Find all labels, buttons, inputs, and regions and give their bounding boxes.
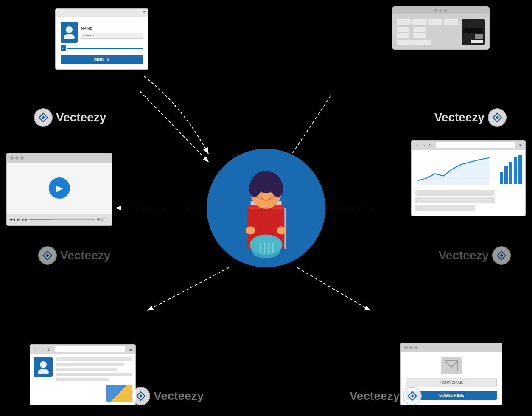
menu-nav-icon[interactable]: ≡ bbox=[519, 143, 522, 148]
svg-point-19 bbox=[277, 226, 286, 234]
text-line-2 bbox=[415, 197, 495, 203]
watermark-mid-right: Vecteezy bbox=[439, 246, 511, 265]
forward-blog-icon[interactable]: → bbox=[40, 347, 45, 352]
back-blog-icon[interactable]: ← bbox=[34, 347, 38, 352]
card-stripe bbox=[463, 28, 483, 33]
vecteezy-logo-ml bbox=[38, 246, 57, 265]
svg-point-26 bbox=[254, 171, 278, 186]
subscribe-button[interactable]: SUBSCRIBE bbox=[406, 391, 497, 400]
payment-body bbox=[392, 14, 489, 49]
vecteezy-logo-tl bbox=[34, 108, 53, 127]
svg-point-27 bbox=[256, 195, 262, 199]
mail-icon bbox=[441, 357, 462, 374]
refresh-blog-icon[interactable]: ↻ bbox=[47, 347, 50, 352]
svg-point-11 bbox=[38, 369, 49, 374]
checkbox-row: ✓ bbox=[61, 45, 143, 51]
payment-header bbox=[392, 7, 489, 14]
blog-body bbox=[30, 354, 135, 405]
forward-nav-icon[interactable]: → bbox=[422, 143, 426, 148]
blog-content bbox=[56, 357, 132, 402]
credit-card bbox=[462, 19, 485, 45]
newsletter-body: YOUR EMAIL SUBSCRIBE bbox=[401, 352, 502, 405]
fullscreen-icon[interactable]: ⛶ bbox=[106, 217, 109, 222]
watermark-mid-left: Vecteezy bbox=[38, 246, 110, 265]
password-dots: ••••••••• bbox=[83, 34, 94, 37]
blog-line-2 bbox=[56, 363, 124, 366]
svg-point-18 bbox=[246, 226, 255, 234]
watermark-top-left: Vecteezy bbox=[34, 108, 106, 127]
svg-rect-30 bbox=[260, 243, 261, 253]
vecteezy-logo-tr bbox=[488, 108, 507, 127]
menu-blog-icon[interactable]: ≡ bbox=[129, 347, 132, 352]
svg-rect-8 bbox=[514, 157, 517, 184]
newsletter-window: YOUR EMAIL SUBSCRIBE bbox=[400, 343, 502, 405]
analytics-main bbox=[415, 153, 495, 213]
rewind-icon[interactable]: ◀◀ bbox=[9, 217, 15, 222]
svg-rect-5 bbox=[500, 172, 503, 184]
analytics-body bbox=[412, 150, 525, 216]
checkbox[interactable]: ✓ bbox=[61, 45, 66, 51]
svg-point-10 bbox=[40, 361, 47, 368]
progress-bar[interactable] bbox=[29, 219, 95, 220]
play-button[interactable]: ▶ bbox=[49, 177, 70, 199]
vecteezy-text-tl: Vecteezy bbox=[56, 111, 106, 124]
card-chip bbox=[475, 34, 483, 39]
avatar-icon bbox=[61, 22, 78, 43]
newsletter-toolbar bbox=[401, 343, 502, 352]
blog-line-4 bbox=[56, 373, 132, 376]
vecteezy-logo-mr bbox=[492, 246, 511, 265]
vecteezy-text-mr: Vecteezy bbox=[439, 249, 489, 262]
video-controls: ◀◀ ▶ ▶▶ ⚙ □ ⛶ bbox=[7, 214, 112, 225]
forward-icon[interactable]: ▶▶ bbox=[22, 217, 28, 222]
login-window-body: NAME ••••••••• ✓ SIGN IN bbox=[56, 17, 148, 69]
address-bar[interactable] bbox=[436, 142, 515, 148]
login-window-header: ≡ bbox=[56, 9, 148, 17]
blog-address-bar[interactable] bbox=[55, 346, 125, 352]
central-figure bbox=[207, 149, 325, 267]
video-screen: ▶ bbox=[7, 163, 112, 214]
text-line-3 bbox=[415, 205, 475, 211]
blog-image bbox=[106, 385, 132, 402]
svg-rect-9 bbox=[518, 155, 522, 184]
text-line-1 bbox=[415, 190, 495, 196]
svg-rect-6 bbox=[504, 166, 508, 184]
name-label: NAME bbox=[81, 26, 143, 31]
email-input[interactable]: YOUR EMAIL bbox=[406, 378, 497, 387]
analytics-window: ← → ↻ ≡ bbox=[411, 140, 526, 216]
blog-nav: ← → ↻ ≡ bbox=[30, 345, 135, 354]
svg-point-1 bbox=[64, 34, 75, 39]
login-window: ≡ NAME ••••••••• ✓ SIGN IN bbox=[55, 8, 148, 70]
watermark-bottom-left: Vecteezy bbox=[132, 387, 204, 405]
menu-icon: ≡ bbox=[143, 10, 146, 16]
divider-line bbox=[67, 48, 143, 49]
blog-line-1 bbox=[56, 357, 132, 361]
play-icon[interactable]: ▶ bbox=[17, 217, 20, 222]
vecteezy-text-bl: Vecteezy bbox=[154, 389, 204, 403]
video-toolbar bbox=[7, 153, 112, 163]
vecteezy-text-br: Vecteezy bbox=[350, 389, 400, 403]
svg-rect-31 bbox=[264, 243, 265, 253]
payment-window bbox=[392, 6, 490, 50]
signin-button[interactable]: SIGN IN bbox=[61, 55, 143, 64]
refresh-icon[interactable]: ↻ bbox=[428, 143, 432, 148]
back-icon[interactable]: ← bbox=[415, 143, 419, 148]
watermark-top-right: Vecteezy bbox=[434, 108, 507, 127]
svg-point-0 bbox=[66, 26, 73, 33]
line-chart bbox=[415, 153, 495, 187]
analytics-nav: ← → ↻ ≡ bbox=[412, 141, 525, 150]
svg-rect-7 bbox=[509, 162, 512, 184]
vecteezy-text-ml: Vecteezy bbox=[60, 249, 110, 262]
svg-point-29 bbox=[252, 244, 280, 259]
pip-icon[interactable]: □ bbox=[102, 217, 104, 222]
vecteezy-text-tr: Vecteezy bbox=[434, 111, 484, 124]
blog-line-3 bbox=[56, 368, 117, 371]
analytics-side bbox=[498, 153, 522, 213]
blog-avatar bbox=[34, 357, 53, 377]
blog-window: ← → ↻ ≡ bbox=[30, 344, 136, 405]
video-window: ▶ ◀◀ ▶ ▶▶ ⚙ □ ⛶ bbox=[6, 153, 112, 226]
svg-point-28 bbox=[270, 195, 276, 199]
settings-icon[interactable]: ⚙ bbox=[97, 217, 100, 222]
payment-fields bbox=[397, 19, 458, 45]
person-illustration bbox=[224, 155, 308, 261]
progress-fill bbox=[29, 219, 52, 220]
